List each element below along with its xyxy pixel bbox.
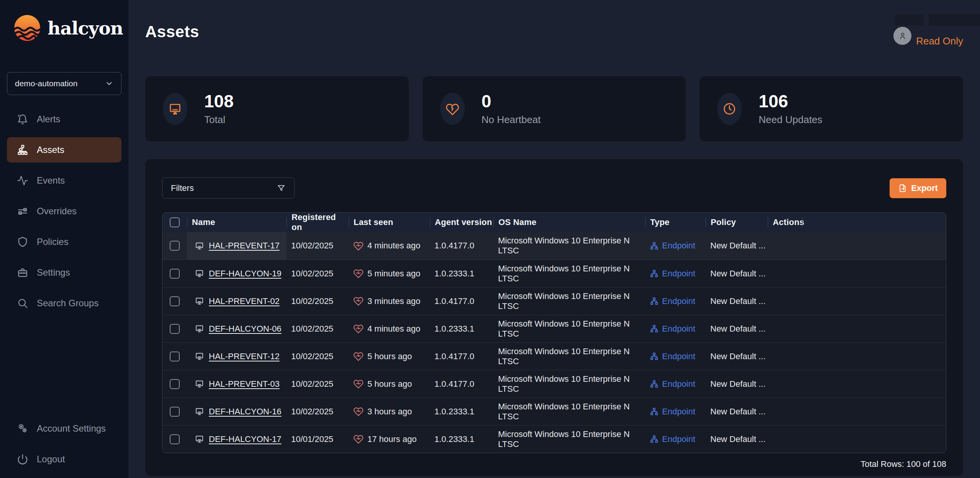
sidebar-item-label: Policies bbox=[37, 237, 69, 247]
column-header-actions[interactable]: Actions bbox=[768, 213, 802, 232]
policy-cell: New Default ... bbox=[706, 425, 768, 453]
row-checkbox[interactable] bbox=[170, 407, 180, 417]
gears-icon bbox=[17, 423, 28, 434]
asset-name-cell: HAL-PREVENT-03 bbox=[187, 370, 287, 398]
endpoint-icon bbox=[650, 269, 659, 278]
type-text[interactable]: Endpoint bbox=[662, 241, 695, 251]
table-row[interactable]: HAL-PREVENT-02 10/02/2025 3 minutes ago … bbox=[162, 287, 946, 315]
asset-name-link[interactable]: HAL-PREVENT-03 bbox=[209, 379, 280, 389]
asset-name-link[interactable]: DEF-HALCYON-06 bbox=[209, 324, 281, 334]
row-select-cell bbox=[162, 425, 187, 453]
monitor-icon bbox=[195, 379, 204, 389]
row-checkbox[interactable] bbox=[170, 352, 180, 361]
table-row[interactable]: DEF-HALCYON-16 10/02/2025 3 hours ago 1.… bbox=[162, 398, 946, 425]
asset-name-link[interactable]: HAL-PREVENT-17 bbox=[209, 241, 280, 251]
export-button[interactable]: Export bbox=[890, 178, 946, 198]
search-icon bbox=[17, 297, 28, 309]
asset-name-link[interactable]: HAL-PREVENT-02 bbox=[209, 296, 280, 306]
sidebar-item-overrides[interactable]: Overrides bbox=[7, 199, 121, 224]
actions-cell bbox=[768, 260, 802, 287]
heartbeat-icon bbox=[353, 406, 364, 417]
agent-version-cell: 1.0.2333.1 bbox=[430, 260, 493, 287]
row-checkbox[interactable] bbox=[170, 241, 180, 251]
brand-name: halcyon bbox=[48, 18, 123, 39]
sidebar-item-events[interactable]: Events bbox=[7, 168, 121, 193]
column-header-type[interactable]: Type bbox=[645, 213, 706, 232]
table-header: Name Registered on Last seen Agent versi… bbox=[162, 213, 946, 232]
row-checkbox[interactable] bbox=[170, 324, 180, 334]
asset-name-cell: HAL-PREVENT-12 bbox=[187, 343, 287, 370]
monitor-icon bbox=[195, 296, 204, 306]
actions-cell bbox=[768, 425, 802, 453]
sidebar-nav: Alerts Assets Events Overrides bbox=[7, 107, 121, 316]
row-checkbox[interactable] bbox=[170, 379, 180, 389]
last-seen-text: 17 hours ago bbox=[367, 434, 416, 444]
sidebar-item-logout[interactable]: Logout bbox=[7, 447, 121, 472]
column-header-name[interactable]: Name bbox=[187, 213, 287, 232]
page-title: Assets bbox=[145, 22, 199, 41]
table-row[interactable]: HAL-PREVENT-03 10/02/2025 5 hours ago 1.… bbox=[162, 370, 946, 398]
column-header-last-seen[interactable]: Last seen bbox=[349, 213, 430, 232]
type-text[interactable]: Endpoint bbox=[662, 379, 695, 389]
asset-name-link[interactable]: DEF-HALCYON-17 bbox=[209, 434, 281, 444]
asset-name-link[interactable]: DEF-HALCYON-19 bbox=[209, 269, 281, 279]
org-selector-value: demo-automation bbox=[15, 79, 77, 88]
registered-on-cell: 10/02/2025 bbox=[287, 260, 349, 287]
avatar[interactable] bbox=[893, 27, 911, 45]
agent-version-cell: 1.0.2333.1 bbox=[430, 315, 493, 342]
funnel-icon bbox=[277, 184, 286, 193]
app-root: halcyon demo-automation Alerts Assets bbox=[0, 0, 980, 478]
registered-on-cell: 10/02/2025 bbox=[287, 370, 349, 398]
row-select-cell bbox=[162, 232, 187, 260]
table-row[interactable]: HAL-PREVENT-12 10/02/2025 5 hours ago 1.… bbox=[162, 342, 946, 370]
column-header-os-name[interactable]: OS Name bbox=[493, 213, 645, 232]
file-export-icon bbox=[898, 184, 907, 193]
stat-value: 106 bbox=[759, 92, 822, 110]
row-checkbox[interactable] bbox=[170, 296, 180, 306]
type-cell: Endpoint bbox=[645, 260, 706, 287]
sidebar-item-alerts[interactable]: Alerts bbox=[7, 107, 121, 132]
sidebar-item-policies[interactable]: Policies bbox=[7, 229, 121, 255]
column-header-policy[interactable]: Policy bbox=[706, 213, 768, 232]
org-selector[interactable]: demo-automation bbox=[7, 72, 121, 95]
column-header-agent-version[interactable]: Agent version bbox=[430, 213, 493, 232]
registered-on-cell: 10/02/2025 bbox=[287, 398, 349, 425]
asset-name-link[interactable]: DEF-HALCYON-16 bbox=[209, 407, 281, 417]
type-text[interactable]: Endpoint bbox=[662, 352, 695, 361]
type-text[interactable]: Endpoint bbox=[662, 407, 695, 417]
redacted-block bbox=[929, 14, 980, 26]
last-seen-cell: 3 minutes ago bbox=[349, 287, 430, 315]
sidebar-item-account-settings[interactable]: Account Settings bbox=[7, 416, 121, 441]
table-row[interactable]: DEF-HALCYON-06 10/02/2025 4 minutes ago … bbox=[162, 315, 946, 342]
sidebar: halcyon demo-automation Alerts Assets bbox=[0, 0, 128, 478]
table-row[interactable]: DEF-HALCYON-17 10/01/2025 17 hours ago 1… bbox=[162, 425, 946, 453]
select-all-checkbox[interactable] bbox=[170, 217, 180, 227]
row-checkbox[interactable] bbox=[170, 434, 180, 444]
table-row[interactable]: DEF-HALCYON-19 10/02/2025 5 minutes ago … bbox=[162, 260, 946, 287]
type-cell: Endpoint bbox=[645, 315, 706, 342]
sidebar-item-search-groups[interactable]: Search Groups bbox=[7, 291, 121, 316]
agent-version-cell: 1.0.2333.1 bbox=[430, 425, 493, 453]
agent-version-cell: 1.0.2333.1 bbox=[430, 398, 493, 425]
assets-table: Name Registered on Last seen Agent versi… bbox=[162, 212, 946, 453]
filters-label: Filters bbox=[171, 183, 194, 193]
type-text[interactable]: Endpoint bbox=[662, 434, 695, 444]
last-seen-cell: 5 minutes ago bbox=[349, 260, 430, 287]
type-text[interactable]: Endpoint bbox=[662, 324, 695, 334]
os-name-cell: Microsoft Windows 10 Enterprise N LTSC bbox=[493, 398, 645, 425]
type-text[interactable]: Endpoint bbox=[662, 269, 695, 279]
sidebar-item-assets[interactable]: Assets bbox=[7, 137, 121, 163]
sidebar-item-settings[interactable]: Settings bbox=[7, 260, 121, 285]
row-checkbox[interactable] bbox=[170, 269, 180, 279]
table-row[interactable]: HAL-PREVENT-17 10/02/2025 4 minutes ago … bbox=[162, 232, 946, 260]
type-text[interactable]: Endpoint bbox=[662, 296, 695, 306]
actions-cell bbox=[768, 370, 802, 398]
row-spacer bbox=[802, 260, 946, 287]
endpoint-icon bbox=[650, 352, 659, 361]
column-header-registered-on[interactable]: Registered on bbox=[287, 213, 349, 232]
row-spacer bbox=[802, 370, 946, 398]
registered-on-cell: 10/02/2025 bbox=[287, 287, 349, 315]
halcyon-sun-icon bbox=[13, 14, 41, 42]
asset-name-link[interactable]: HAL-PREVENT-12 bbox=[209, 352, 280, 361]
filters-button[interactable]: Filters bbox=[162, 177, 295, 199]
